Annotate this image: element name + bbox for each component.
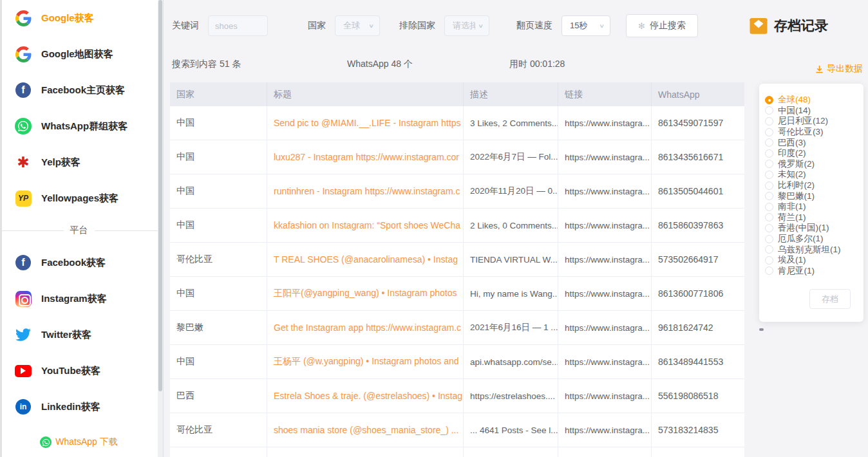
sidebar-item-label: Twitter获客 — [41, 329, 91, 341]
cell-title-link[interactable]: runtinhren - Instagram https://www.insta… — [267, 174, 464, 208]
archive-filter-option[interactable]: 印度(2) — [759, 148, 863, 159]
archive-filter-option[interactable]: 南非(1) — [759, 201, 863, 212]
radio-icon — [765, 160, 773, 168]
cell-title-link[interactable]: luxu287 - Instagram https://www.instagra… — [267, 140, 464, 174]
whatsapp-download-label: WhatsApp 下载 — [55, 436, 117, 448]
archive-filter-option[interactable]: 中国(14) — [759, 106, 863, 117]
table-row: 巴西 Estrela Shoes & traje. (@estrelashoes… — [170, 379, 744, 413]
sidebar-item-label: WhatsApp群组获客 — [41, 120, 127, 133]
cell-country: 中国 — [170, 209, 267, 242]
cell-title-link[interactable]: T REAL SHOES (@anacarolinamesa) • Instag — [267, 243, 464, 276]
cell-whatsapp: 556198086518 — [652, 379, 744, 413]
main-content: 关键词 国家 全球 ∨ 排除国家 请选择 ∨ 翻页速度 15秒 ∨ ✻ 停止搜索 — [164, 0, 868, 457]
export-data-label: 导出数据 — [827, 63, 863, 75]
cell-title-link[interactable]: Send pic to @MIAMI.__.LIFE - Instagram h… — [267, 106, 464, 140]
archive-records-panel: 全球(48) 中国(14) 尼日利亚(12) 哥伦比亚(3) 巴西(3) 印度(… — [759, 84, 863, 322]
sidebar-item-label: Facebook获客 — [41, 257, 106, 269]
cell-title-link[interactable]: shoes mania store (@shoes_mania_store_) … — [267, 413, 464, 447]
google-icon — [14, 10, 32, 26]
radio-icon — [765, 224, 773, 232]
sidebar-item-whatsapp-groups[interactable]: WhatsApp群组获客 — [0, 108, 158, 144]
archive-filter-option[interactable]: 荷兰(1) — [759, 212, 863, 223]
archive-filter-option[interactable]: 埃及(1) — [759, 255, 863, 266]
keyword-input[interactable] — [208, 15, 268, 36]
archive-option-label: 埃及(1) — [778, 254, 806, 266]
archive-filter-option[interactable]: 全球(48) — [759, 95, 863, 106]
archive-filter-option[interactable]: 未知(2) — [759, 169, 863, 180]
cell-link: https://www.instagra... — [558, 311, 652, 344]
archive-option-label: 香港(中国)(1) — [778, 222, 829, 234]
radio-selected-icon — [765, 96, 773, 104]
stat-found: 搜索到内容 51 条 — [172, 59, 241, 70]
cell-country: 中国 — [170, 174, 267, 208]
radio-icon — [765, 149, 773, 158]
archive-records-title: 存档记录 — [774, 17, 828, 35]
cell-country: 黎巴嫩 — [170, 311, 267, 344]
archive-filter-option[interactable]: 肯尼亚(1) — [759, 266, 863, 277]
exclude-country-placeholder: 请选择 — [453, 20, 475, 32]
archive-filter-option[interactable]: 比利时(2) — [759, 180, 863, 191]
sidebar-item-youtube[interactable]: YouTube获客 — [0, 353, 158, 389]
archive-filter-option[interactable]: 哥伦比亚(3) — [759, 127, 863, 138]
sidebar-item-linkedin[interactable]: in Linkedin获客 — [0, 389, 158, 418]
mini-scrollbar-thumb[interactable] — [759, 328, 764, 331]
sidebar-item-label: Linkedin获客 — [41, 401, 100, 413]
linkedin-icon: in — [14, 399, 32, 415]
sidebar-scrollbar-thumb[interactable] — [158, 0, 162, 391]
loading-spinner-icon: ✻ — [638, 21, 645, 31]
archive-option-label: 全球(48) — [778, 94, 811, 106]
cell-empty — [267, 447, 464, 457]
archive-filter-option[interactable]: 厄瓜多尔(1) — [759, 234, 863, 245]
sidebar-item-google-maps[interactable]: Google地图获客 — [0, 36, 158, 72]
cell-description: 2020年11月20日 — 0... — [464, 174, 558, 208]
sidebar-item-facebook[interactable]: f Facebook获客 — [0, 245, 158, 281]
sidebar-scrollbar[interactable] — [158, 0, 163, 457]
sidebar-item-yelp[interactable]: ✱ Yelp获客 — [0, 144, 158, 180]
sidebar-section-divider: 平台 — [0, 216, 158, 245]
archive-filter-option[interactable]: 巴西(3) — [759, 137, 863, 148]
country-select[interactable]: 全球 ∨ — [335, 15, 380, 36]
sidebar-item-twitter[interactable]: Twitter获客 — [0, 317, 158, 353]
sidebar-item-google[interactable]: Google获客 — [0, 0, 158, 36]
archive-option-label: 南非(1) — [778, 201, 806, 212]
archive-filter-option[interactable]: 尼日利亚(12) — [759, 116, 863, 127]
stop-search-button[interactable]: ✻ 停止搜索 — [626, 14, 698, 37]
cell-title-link[interactable]: Estrela Shoes & traje. (@estrelashoes) •… — [267, 379, 464, 413]
archive-filter-option[interactable]: 乌兹别克斯坦(1) — [759, 244, 863, 255]
cell-title-link[interactable]: kkafashion on Instagram: “Sport shoes We… — [267, 209, 464, 242]
archive-option-label: 比利时(2) — [778, 180, 815, 191]
google-icon — [14, 46, 32, 62]
archive-save-button[interactable]: 存档 — [809, 289, 851, 309]
archive-option-label: 中国(14) — [778, 105, 811, 117]
country-select-value: 全球 — [343, 20, 360, 32]
cell-country: 中国 — [170, 140, 267, 174]
table-row: 黎巴嫩 Get the Instagram app https://www.in… — [170, 311, 744, 345]
page-speed-select[interactable]: 15秒 ∨ — [561, 15, 610, 36]
cell-link: https://www.instagra... — [558, 243, 652, 276]
radio-icon — [765, 182, 773, 190]
archive-filter-option[interactable]: 香港(中国)(1) — [759, 223, 863, 234]
archive-filter-option[interactable]: 黎巴嫩(1) — [759, 191, 863, 201]
sidebar-section-label: 平台 — [70, 225, 88, 236]
archive-option-label: 黎巴嫩(1) — [778, 191, 815, 202]
table-row: 中国 王阳平(@yangping_wang) • Instagram photo… — [170, 277, 744, 311]
cell-title-link[interactable]: 王阳平(@yangping_wang) • Instagram photos — [267, 277, 464, 310]
cell-country: 哥伦比亚 — [170, 413, 267, 447]
cell-link: https://www.instagra... — [558, 413, 652, 447]
cell-title-link[interactable]: 王杨平 (@w.yangping) • Instagram photos and — [267, 345, 464, 378]
sidebar-item-facebook-pages[interactable]: f Facebook主页获客 — [0, 72, 158, 108]
cell-description: api.whatsapp.com/se... — [464, 345, 558, 378]
sidebar-item-yellowpages[interactable]: YP Yellowpages获客 — [0, 180, 158, 216]
archive-filter-option[interactable]: 俄罗斯(2) — [759, 159, 863, 170]
country-label: 国家 — [308, 20, 326, 32]
exclude-country-select[interactable]: 请选择 ∨ — [444, 15, 489, 36]
archive-option-label: 尼日利亚(12) — [778, 115, 828, 127]
cell-title-link[interactable]: Get the Instagram app https://www.instag… — [267, 311, 464, 344]
archive-records-header: 存档记录 — [749, 17, 828, 35]
radio-icon — [765, 106, 773, 115]
whatsapp-download-link[interactable]: WhatsApp 下载 — [0, 436, 158, 448]
table-row: 中国 luxu287 - Instagram https://www.insta… — [170, 140, 744, 174]
sidebar-item-label: YouTube获客 — [41, 365, 100, 377]
sidebar-item-instagram[interactable]: Instagram获客 — [0, 281, 158, 317]
export-data-link[interactable]: 导出数据 — [815, 63, 863, 75]
